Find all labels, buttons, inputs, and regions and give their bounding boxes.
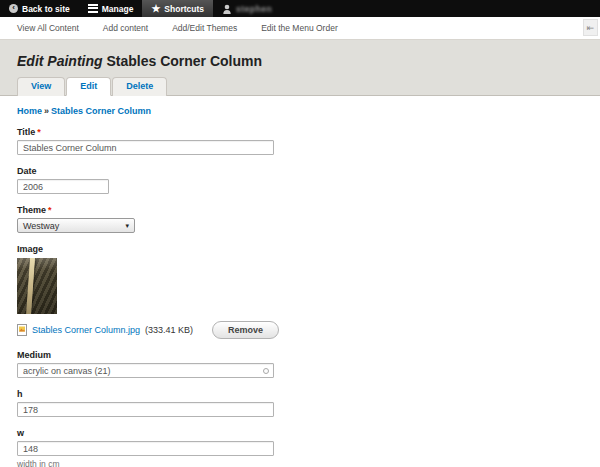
field-h: h xyxy=(17,389,583,417)
page-header: Edit Painting Stables Corner Column View… xyxy=(0,40,600,96)
tab-delete[interactable]: Delete xyxy=(112,77,167,96)
page-title-rest: Stables Corner Column xyxy=(106,53,262,69)
date-label: Date xyxy=(17,166,583,176)
star-icon: ★ xyxy=(151,4,160,14)
width-description: width in cm xyxy=(17,459,583,467)
date-input[interactable] xyxy=(17,179,109,194)
width-input[interactable] xyxy=(17,441,274,456)
back-arrow-icon: ‹ xyxy=(9,4,18,13)
primary-tabs: View Edit Delete xyxy=(17,77,167,96)
field-theme: Theme* Westway ▾ xyxy=(17,205,583,233)
title-label: Title* xyxy=(17,127,583,137)
shortcut-add-content[interactable]: Add content xyxy=(91,23,160,33)
painting-thumbnail xyxy=(17,258,57,314)
tray-collapse-button[interactable]: ⇤ xyxy=(583,19,598,36)
title-input[interactable] xyxy=(17,140,274,155)
breadcrumb-home-link[interactable]: Home xyxy=(17,106,42,116)
shortcuts-button[interactable]: ★ Shortcuts xyxy=(142,0,213,17)
shortcut-view-all-content[interactable]: View All Content xyxy=(5,23,91,33)
hamburger-icon xyxy=(88,4,98,13)
h-label: h xyxy=(17,389,583,399)
user-name: stephen xyxy=(236,4,272,14)
edit-form: Home»Stables Corner Column Title* Date T… xyxy=(0,96,600,467)
image-label: Image xyxy=(17,244,583,254)
breadcrumb-current-link[interactable]: Stables Corner Column xyxy=(51,106,151,116)
field-medium: Medium xyxy=(17,350,583,378)
back-to-site-label: Back to site xyxy=(22,4,70,14)
shortcuts-tray: View All Content Add content Add/Edit Th… xyxy=(0,17,600,40)
image-file-icon xyxy=(17,324,27,336)
manage-label: Manage xyxy=(102,4,134,14)
required-marker: * xyxy=(37,127,41,137)
breadcrumb: Home»Stables Corner Column xyxy=(17,106,583,116)
remove-button[interactable]: Remove xyxy=(212,321,279,339)
back-to-site-button[interactable]: ‹ Back to site xyxy=(0,0,79,17)
page-title: Edit Painting Stables Corner Column xyxy=(0,40,600,69)
file-size: (333.41 KB) xyxy=(145,325,193,335)
user-icon xyxy=(222,4,232,14)
field-w: w width in cm xyxy=(17,428,583,467)
user-menu-button[interactable]: stephen xyxy=(213,0,281,17)
tab-view[interactable]: View xyxy=(17,77,65,96)
theme-selected-value: Westway xyxy=(23,221,59,231)
manage-button[interactable]: Manage xyxy=(79,0,143,17)
collapse-icon: ⇤ xyxy=(587,23,595,33)
medium-label: Medium xyxy=(17,350,583,360)
shortcut-add-edit-themes[interactable]: Add/Edit Themes xyxy=(160,23,249,33)
autocomplete-throbber-icon xyxy=(263,368,269,374)
w-label: w xyxy=(17,428,583,438)
field-title: Title* xyxy=(17,127,583,155)
shortcuts-label: Shortcuts xyxy=(164,4,204,14)
chevron-down-icon: ▾ xyxy=(125,222,129,230)
breadcrumb-separator: » xyxy=(42,106,51,116)
admin-toolbar: ‹ Back to site Manage ★ Shortcuts stephe… xyxy=(0,0,600,17)
page-title-prefix: Edit Painting xyxy=(17,53,103,69)
file-row: Stables Corner Column.jpg (333.41 KB) Re… xyxy=(17,321,583,339)
required-marker: * xyxy=(48,205,52,215)
shortcut-edit-menu-order[interactable]: Edit the Menu Order xyxy=(249,23,350,33)
height-input[interactable] xyxy=(17,402,274,417)
theme-label: Theme* xyxy=(17,205,583,215)
file-name-link[interactable]: Stables Corner Column.jpg xyxy=(32,325,140,335)
field-image: Image Stables Corner Column.jpg (333.41 … xyxy=(17,244,583,339)
tab-edit[interactable]: Edit xyxy=(66,77,111,96)
field-date: Date xyxy=(17,166,583,194)
medium-autocomplete-input[interactable] xyxy=(17,363,274,378)
theme-select[interactable]: Westway ▾ xyxy=(17,218,135,233)
